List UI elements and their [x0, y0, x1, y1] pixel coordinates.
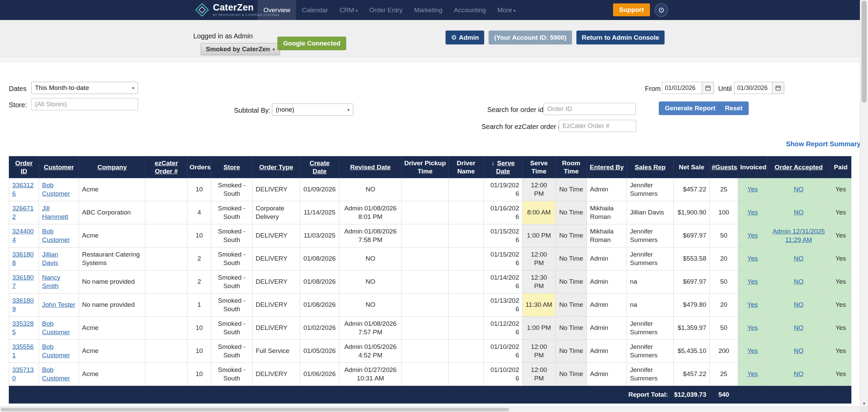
order-id-link[interactable]: 3244004 [12, 228, 34, 243]
column-header-serve-date[interactable]: ↓ Serve Date [484, 156, 522, 178]
cell-order-type: DELIVERY [253, 224, 300, 247]
invoiced-link[interactable]: Yes [747, 232, 758, 239]
column-header-orders: Orders [188, 156, 211, 178]
invoiced-link[interactable]: Yes [747, 255, 758, 262]
column-header-entered-by[interactable]: Entered By [587, 156, 627, 178]
customer-link[interactable]: Bob Customer [42, 343, 70, 359]
orders-report-table: Order IDCustomerCompanyezCater Order #Or… [9, 156, 851, 404]
invoiced-link[interactable]: Yes [747, 301, 758, 308]
order-id-link[interactable]: 3363126 [12, 182, 34, 197]
order-id-link[interactable]: 3357130 [12, 366, 34, 382]
nav-item-accounting[interactable]: Accounting [448, 0, 492, 20]
logout-power-button[interactable] [654, 3, 668, 17]
until-date-input[interactable] [734, 82, 772, 94]
customer-link[interactable]: Bob Customer [42, 320, 70, 336]
nav-item-overview[interactable]: Overview [258, 0, 296, 20]
dates-select[interactable]: This Month-to-date ▾ [31, 82, 138, 94]
invoiced-link[interactable]: Yes [747, 186, 758, 193]
cell-order-type: DELIVERY [253, 247, 300, 270]
horizontal-scrollbar[interactable] [0, 407, 860, 412]
order-accepted-link[interactable]: NO [794, 370, 804, 377]
cell-create-date: 01/02/2026 [300, 317, 339, 340]
column-header-revised-date[interactable]: Revised Date [339, 156, 402, 178]
order-id-link[interactable]: 3361808 [12, 251, 34, 266]
cell-order-accepted: Admin 12/31/2025 11:29 AM [767, 224, 830, 247]
horizontal-scrollbar-thumb[interactable] [1, 408, 509, 411]
return-admin-console-button[interactable]: Return to Admin Console [576, 31, 665, 44]
store-selector-dropdown[interactable]: Smoked by CaterZen ▾ [201, 43, 280, 55]
store-input[interactable] [31, 98, 138, 110]
scroll-down-icon[interactable]: ▼ [860, 401, 868, 406]
invoiced-link[interactable]: Yes [747, 324, 758, 331]
customer-link[interactable]: Bob Customer [42, 182, 70, 197]
account-id-button[interactable]: (Your Account ID: 5900) [489, 31, 572, 44]
invoiced-link[interactable]: Yes [747, 347, 758, 354]
google-connected-button[interactable]: Google Connected [277, 37, 346, 50]
generate-report-button[interactable]: Generate Report [659, 101, 722, 115]
customer-link[interactable]: Jill Hammett [42, 205, 68, 220]
column-header-company[interactable]: Company [79, 156, 145, 178]
vertical-scrollbar-thumb[interactable] [862, 1, 867, 102]
column-header-order-type[interactable]: Order Type [253, 156, 300, 178]
order-id-link[interactable]: 3355561 [12, 343, 34, 359]
column-header-order-id[interactable]: Order ID [9, 156, 39, 178]
invoiced-link[interactable]: Yes [747, 278, 758, 285]
order-id-link[interactable]: 3266712 [12, 205, 34, 220]
cell-revised-date: Admin 01/08/2026 7:57 PM [339, 317, 402, 340]
nav-item-calendar[interactable]: Calendar [296, 0, 334, 20]
from-calendar-button[interactable] [702, 82, 714, 94]
cell-serve-date: 01/19/2026 [484, 178, 522, 201]
column-header-sales-rep[interactable]: Sales Rep [627, 156, 674, 178]
customer-link[interactable]: Jillian Davis [42, 251, 58, 266]
reset-button[interactable]: Reset [719, 101, 749, 115]
column-header-create-date[interactable]: Create Date [300, 156, 339, 178]
login-status-text: Logged in as Admin [193, 32, 253, 40]
cell-store: Smoked - South [211, 317, 253, 340]
nav-item-order-entry[interactable]: Order Entry [363, 0, 408, 20]
order-id-link[interactable]: 3353285 [12, 320, 34, 336]
column-header-store[interactable]: Store [211, 156, 253, 178]
invoiced-link[interactable]: Yes [747, 370, 758, 377]
order-accepted-link[interactable]: NO [794, 347, 804, 354]
column-header-order-accepted[interactable]: Order Accepted [767, 156, 830, 178]
cell-orders: 1 [188, 294, 211, 317]
search-order-id-input[interactable] [544, 103, 636, 115]
nav-item-marketing[interactable]: Marketing [408, 0, 448, 20]
customer-link[interactable]: Bob Customer [42, 366, 70, 382]
until-calendar-button[interactable] [772, 82, 784, 94]
order-accepted-link[interactable]: NO [794, 186, 804, 193]
order-accepted-link[interactable]: Admin 12/31/2025 11:29 AM [772, 228, 825, 243]
order-accepted-link[interactable]: NO [794, 255, 804, 262]
cell-revised-date: Admin 01/08/2026 8:01 PM [339, 201, 402, 224]
vertical-scrollbar[interactable]: ▲ ▼ [860, 0, 868, 407]
cell-ezcater [145, 294, 188, 317]
order-accepted-link[interactable]: NO [794, 209, 804, 216]
cell-serve-date: 01/15/2026 [484, 247, 522, 270]
from-date-input[interactable] [662, 82, 702, 94]
customer-link[interactable]: John Tester [42, 301, 75, 308]
cell-paid: Yes [830, 270, 851, 294]
nav-item-crm[interactable]: CRM▾ [334, 0, 363, 20]
cell-create-date: 01/06/2026 [300, 363, 339, 386]
nav-item-more[interactable]: More▾ [492, 0, 521, 20]
order-accepted-link[interactable]: NO [794, 301, 804, 308]
invoiced-link[interactable]: Yes [747, 209, 758, 216]
cell-guests: 100 [710, 201, 738, 224]
subtotal-by-select[interactable]: (none) ▾ [272, 104, 353, 116]
nav-item-label: Overview [263, 6, 290, 14]
cell-paid: Yes [830, 317, 851, 340]
customer-link[interactable]: Bob Customer [42, 228, 70, 243]
column-header-guests[interactable]: #Guests [710, 156, 738, 178]
customer-link[interactable]: Nancy Smith [42, 274, 60, 289]
order-accepted-link[interactable]: NO [794, 278, 804, 285]
admin-button[interactable]: ⚙Admin [446, 31, 484, 44]
show-report-summary-link[interactable]: Show Report Summary [786, 140, 861, 148]
order-accepted-link[interactable]: NO [794, 324, 804, 331]
order-id-link[interactable]: 3361809 [12, 297, 34, 313]
order-id-link[interactable]: 3361807 [12, 274, 34, 289]
column-header-ezcater[interactable]: ezCater Order # [145, 156, 188, 178]
search-ezcater-input[interactable] [559, 120, 636, 132]
cell-entered-by: Admin [587, 363, 627, 386]
column-header-customer[interactable]: Customer [39, 156, 79, 178]
support-button[interactable]: Support [613, 3, 650, 16]
